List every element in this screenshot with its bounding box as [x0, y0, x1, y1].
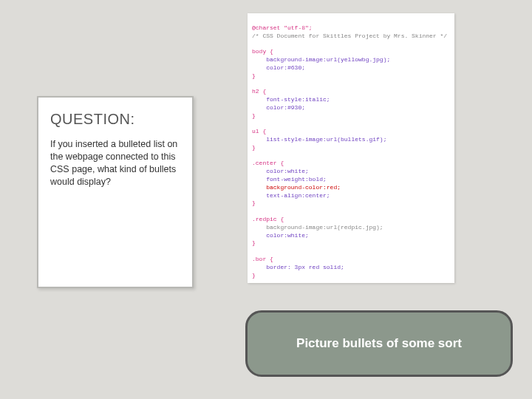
code-line: @charset "utf-8";: [252, 24, 313, 31]
code-line: }: [252, 112, 256, 119]
code-line: color:white;: [252, 232, 309, 239]
answer-box: Picture bullets of some sort: [245, 310, 513, 377]
code-line: ul {: [252, 128, 266, 134]
code-line: }: [252, 200, 256, 206]
code-line: }: [252, 144, 256, 151]
code-line: font-style:italic;: [252, 96, 330, 103]
code-line: }: [252, 72, 256, 79]
code-line: body {: [252, 48, 273, 55]
code-line: .center {: [252, 160, 284, 166]
code-line: .bor {: [252, 256, 273, 262]
code-line: font-weight:bold;: [252, 176, 327, 183]
code-line: list-style-image:url(bullets.gif);: [252, 136, 386, 143]
code-line: color:#930;: [252, 104, 305, 111]
code-line: }: [252, 272, 256, 279]
question-body: If you inserted a bulleted list on the w…: [50, 138, 180, 188]
code-line: color:#630;: [252, 64, 305, 71]
code-line: text-align:center;: [252, 192, 330, 199]
question-box: QUESTION: If you inserted a bulleted lis…: [37, 96, 194, 288]
code-line: /* CSS Document for Skittles Project by …: [252, 33, 447, 39]
code-panel: @charset "utf-8"; /* CSS Document for Sk…: [248, 13, 454, 283]
answer-text: Picture bullets of some sort: [296, 336, 462, 351]
code-line: .redpic {: [252, 216, 284, 222]
code-line: border: 3px red solid;: [252, 264, 344, 270]
code-line: background-color:red;: [252, 184, 341, 191]
question-title: QUESTION:: [50, 111, 180, 128]
code-line: color:white;: [252, 168, 309, 174]
code-line: background-image:url(yellowbg.jpg);: [252, 56, 390, 63]
code-line: background-image:url(redpic.jpg);: [252, 224, 383, 231]
code-line: h2 {: [252, 88, 266, 95]
code-line: }: [252, 239, 256, 246]
